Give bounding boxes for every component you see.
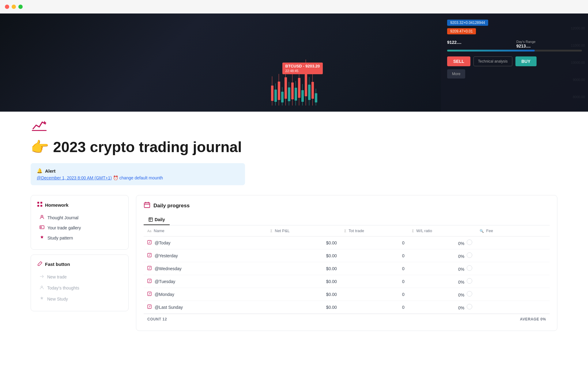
cell-pnl-1: $0.00 <box>267 249 341 262</box>
edit-icon-2 <box>147 266 152 270</box>
more-button[interactable]: More <box>447 69 465 79</box>
cell-wl-0: 0% <box>408 236 476 249</box>
circle-icon-1 <box>467 252 472 258</box>
study-pattern-icon <box>40 235 44 241</box>
badge-orange-wrap: 9209.47×0.01 <box>447 28 582 34</box>
main-content: Homework Thought Journal <box>0 195 588 331</box>
cell-wl-4: 0% <box>408 288 476 301</box>
cell-pnl-0: $0.00 <box>267 236 341 249</box>
cell-name-4: @Monday <box>144 288 267 301</box>
alert-block: 🔔 Alert @December 1, 2023 8:00 AM (GMT+1… <box>31 163 245 185</box>
cell-wl-5: 0% <box>408 301 476 314</box>
cell-fee-2 <box>476 262 550 275</box>
circle-icon-0 <box>467 240 472 245</box>
cell-tot-4: 0 <box>341 288 408 301</box>
btcusd-price-tag: BTCUSD - 9203.20 22:48:45 <box>282 63 323 74</box>
sell-button[interactable]: SELL <box>447 56 470 66</box>
range-bar <box>447 50 582 52</box>
new-trade-label: New trade <box>47 274 67 279</box>
page-icon-area <box>0 112 588 136</box>
page-title-area: 👉 2023 crypto trading journal <box>0 136 588 163</box>
table-row[interactable]: @Last Sunday $0.00 0 0% <box>144 301 550 314</box>
table-header-row: Aa Name Σ Net P&L Σ Tot trade Σ W/L rati… <box>144 225 550 236</box>
tab-daily[interactable]: Daily <box>144 215 170 225</box>
svg-rect-4 <box>37 205 39 207</box>
thought-journal-icon <box>40 215 44 220</box>
table-row[interactable]: @Yesterday $0.00 0 0% <box>144 249 550 262</box>
th-net-pnl: Σ Net P&L <box>267 225 341 236</box>
daily-tabs: Daily <box>144 215 550 225</box>
footer-average: AVERAGE 0% <box>520 317 546 321</box>
footer-count: COUNT 12 <box>147 317 167 321</box>
cell-fee-1 <box>476 249 550 262</box>
page-title: 👉 2023 crypto trading journal <box>31 139 557 156</box>
todays-thoughts-label: Today's thoughts <box>47 286 79 290</box>
nav-item-thought-journal[interactable]: Thought Journal <box>37 213 122 222</box>
footer-count-label: COUNT <box>147 317 161 321</box>
cell-name-3: @Tuesday <box>144 275 267 288</box>
minimize-button[interactable] <box>12 5 16 9</box>
range-fill <box>447 50 535 52</box>
circle-icon-3 <box>467 278 472 284</box>
fast-item-new-trade[interactable]: New trade <box>37 272 122 282</box>
todays-thoughts-icon <box>40 285 44 291</box>
hero-stat-right: Day's Range 9213.... <box>516 40 582 48</box>
fast-item-new-study[interactable]: New Study <box>37 294 122 304</box>
cell-name-0: @Today <box>144 236 267 249</box>
nav-item-study-pattern[interactable]: Study pattern <box>37 233 122 243</box>
nav-item-trade-gallery[interactable]: Your trade gallery <box>37 223 122 232</box>
left-sidebar: Homework Thought Journal <box>31 195 129 331</box>
homework-card: Homework Thought Journal <box>31 195 129 250</box>
fast-button-label: Fast button <box>45 262 70 267</box>
edit-icon-1 <box>147 253 152 257</box>
close-button[interactable] <box>5 5 9 9</box>
daily-table: Aa Name Σ Net P&L Σ Tot trade Σ W/L rati… <box>144 225 550 314</box>
cell-wl-1: 0% <box>408 249 476 262</box>
homework-card-title: Homework <box>37 201 122 209</box>
fast-item-todays-thoughts[interactable]: Today's thoughts <box>37 283 122 293</box>
clock-icon: ⏰ <box>113 175 119 180</box>
svg-point-9 <box>41 286 43 288</box>
cell-pnl-3: $0.00 <box>267 275 341 288</box>
cell-tot-0: 0 <box>341 236 408 249</box>
svg-marker-1 <box>44 121 47 123</box>
new-study-icon <box>40 296 44 302</box>
table-row[interactable]: @Wednesday $0.00 0 0% <box>144 262 550 275</box>
edit-icon-4 <box>147 292 152 296</box>
new-study-label: New Study <box>47 297 68 301</box>
svg-rect-0 <box>32 130 47 131</box>
chart-icon <box>31 118 48 135</box>
thought-journal-label: Thought Journal <box>47 215 78 220</box>
svg-rect-3 <box>40 202 42 204</box>
table-row[interactable]: @Monday $0.00 0 0% <box>144 288 550 301</box>
trade-gallery-label: Your trade gallery <box>47 225 81 230</box>
circle-icon-4 <box>467 291 472 297</box>
buy-button[interactable]: BUY <box>515 56 537 66</box>
daily-progress-title: Daily progress <box>144 201 550 210</box>
tab-table-icon <box>149 217 153 222</box>
alert-message: change default mounth <box>119 175 163 180</box>
cell-tot-3: 0 <box>341 275 408 288</box>
table-row[interactable]: @Today $0.00 0 0% <box>144 236 550 249</box>
hero-stat-value-left: 9122.... <box>447 40 513 45</box>
footer-avg-value: 0% <box>540 317 546 321</box>
maximize-button[interactable] <box>18 5 23 9</box>
cell-name-1: @Yesterday <box>144 249 267 262</box>
cell-name-2: @Wednesday <box>144 262 267 275</box>
study-pattern-label: Study pattern <box>47 236 73 240</box>
new-trade-icon <box>40 274 44 280</box>
circle-icon-5 <box>467 304 472 309</box>
tech-analysis-button[interactable]: Technical analysis <box>473 56 512 66</box>
bell-icon: 🔔 <box>37 168 43 174</box>
cell-wl-2: 0% <box>408 262 476 275</box>
table-row[interactable]: @Tuesday $0.00 0 0% <box>144 275 550 288</box>
badge-orange: 9209.47×0.01 <box>447 28 476 34</box>
edit-icon-5 <box>147 305 152 309</box>
table-footer: COUNT 12 AVERAGE 0% <box>144 314 550 324</box>
edit-icon-0 <box>147 240 152 244</box>
edit-icon-3 <box>147 279 152 283</box>
hero-stat-value-right: 9213.... <box>516 44 582 48</box>
cell-tot-5: 0 <box>341 301 408 314</box>
footer-count-value: 12 <box>163 317 167 321</box>
alert-date-link[interactable]: @December 1, 2023 8:00 AM (GMT+1) <box>37 175 112 180</box>
